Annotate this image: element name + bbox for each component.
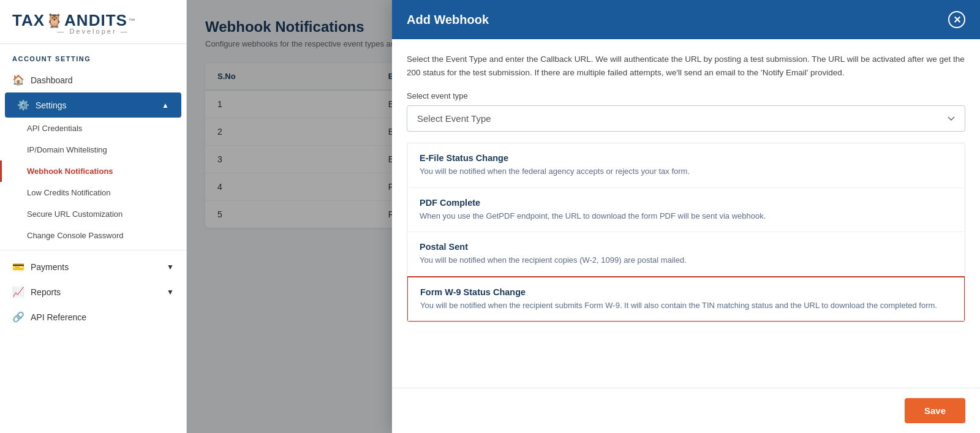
- divider: [0, 250, 186, 250]
- sidebar-item-ip-domain[interactable]: IP/Domain Whitelisting: [0, 139, 186, 160]
- event-item-desc: When you use the GetPDF endpoint, the UR…: [420, 210, 952, 222]
- dashboard-label: Dashboard: [31, 75, 174, 85]
- sidebar-item-dashboard[interactable]: 🏠 Dashboard: [0, 67, 186, 92]
- modal-overlay: Add Webhook ✕ Select the Event Type and …: [187, 0, 980, 433]
- save-button[interactable]: Save: [905, 398, 965, 423]
- sidebar-item-webhook[interactable]: Webhook Notifications: [0, 160, 186, 182]
- event-item-form-w9[interactable]: Form W-9 Status Change You will be notif…: [407, 276, 965, 323]
- chevron-up-icon: ▲: [162, 101, 169, 110]
- logo-tax: TAX: [12, 11, 45, 30]
- chevron-down-icon: ▼: [167, 263, 174, 271]
- add-webhook-modal: Add Webhook ✕ Select the Event Type and …: [392, 0, 980, 433]
- modal-footer: Save: [392, 388, 980, 433]
- select-event-label: Select event type: [407, 91, 965, 100]
- sidebar-item-api-reference[interactable]: 🔗 API Reference: [0, 304, 186, 329]
- main-content: Webhook Notifications Configure webhooks…: [187, 0, 980, 433]
- api-reference-label: API Reference: [31, 312, 174, 322]
- logo-owl-icon: 🦉: [46, 13, 63, 29]
- sidebar-item-low-credits[interactable]: Low Credits Notification: [0, 182, 186, 203]
- event-item-title: E-File Status Change: [420, 153, 952, 163]
- event-list: E-File Status Change You will be notifie…: [407, 143, 965, 322]
- sidebar-item-change-password[interactable]: Change Console Password: [0, 225, 186, 246]
- modal-body: Select the Event Type and enter the Call…: [392, 39, 980, 388]
- modal-description: Select the Event Type and enter the Call…: [407, 53, 965, 79]
- sidebar: TAX 🦉 ANDITS ™ — Developer — ACCOUNT SET…: [0, 0, 187, 433]
- logo-area: TAX 🦉 ANDITS ™ — Developer —: [0, 0, 186, 44]
- event-item-title: PDF Complete: [420, 198, 952, 208]
- sidebar-item-payments[interactable]: 💳 Payments ▼: [0, 254, 186, 279]
- payments-icon: 💳: [12, 261, 24, 273]
- sidebar-item-api-credentials[interactable]: API Credentials: [0, 118, 186, 139]
- event-item-desc: You will be notified when the recipient …: [420, 299, 952, 312]
- reports-label: Reports: [31, 287, 160, 297]
- chevron-down-icon-2: ▼: [167, 288, 174, 296]
- settings-icon: ⚙️: [17, 99, 29, 111]
- event-item-title: Form W-9 Status Change: [420, 287, 952, 297]
- sidebar-item-settings[interactable]: ⚙️ Settings ▲: [5, 92, 181, 118]
- event-type-select[interactable]: Select Event Type: [407, 105, 965, 132]
- event-item-efile-status[interactable]: E-File Status Change You will be notifie…: [407, 143, 965, 188]
- account-setting-label: ACCOUNT SETTING: [0, 44, 186, 67]
- sidebar-item-reports[interactable]: 📈 Reports ▼: [0, 279, 186, 304]
- reports-icon: 📈: [12, 286, 24, 298]
- home-icon: 🏠: [12, 74, 24, 86]
- event-item-title: Postal Sent: [420, 242, 952, 252]
- modal-title: Add Webhook: [407, 13, 489, 27]
- modal-close-button[interactable]: ✕: [948, 11, 965, 28]
- api-ref-icon: 🔗: [12, 311, 24, 323]
- event-item-pdf-complete[interactable]: PDF Complete When you use the GetPDF end…: [407, 188, 965, 233]
- event-item-desc: You will be notified when the federal ag…: [420, 165, 952, 178]
- settings-subnav: API Credentials IP/Domain Whitelisting W…: [0, 118, 186, 246]
- event-item-postal-sent[interactable]: Postal Sent You will be notified when th…: [407, 232, 965, 277]
- sidebar-item-secure-url[interactable]: Secure URL Customization: [0, 203, 186, 225]
- modal-header: Add Webhook ✕: [392, 0, 980, 39]
- logo-tm: ™: [129, 17, 136, 24]
- event-item-desc: You will be notified when the recipient …: [420, 254, 952, 266]
- settings-label: Settings: [36, 100, 156, 110]
- payments-label: Payments: [31, 262, 160, 272]
